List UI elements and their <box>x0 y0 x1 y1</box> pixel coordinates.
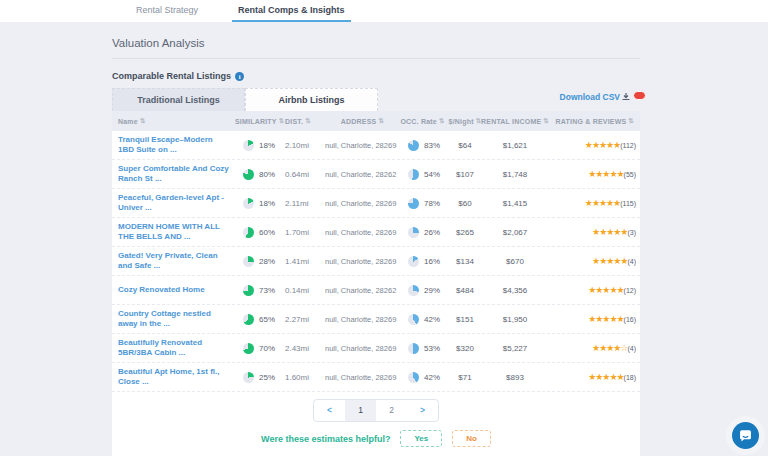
night-price-cell: $265 <box>445 228 485 237</box>
listing-name-link[interactable]: Super Comfortable And Cozy Ranch St ... <box>112 164 235 185</box>
tab-traditional-listings[interactable]: Traditional Listings <box>112 88 245 111</box>
pie-chart-icon <box>408 198 419 209</box>
listing-name-link[interactable]: Peaceful, Garden-level Apt - Univer ... <box>112 193 235 214</box>
pie-chart-icon <box>408 227 419 238</box>
rating-cell: ★★★★★(55) <box>545 169 640 179</box>
listing-name-link[interactable]: Beautiful Apt Home, 1st fl., Close ... <box>112 367 235 388</box>
sort-icon[interactable]: ⇅ <box>439 117 445 125</box>
download-csv-label: Download CSV <box>560 92 620 102</box>
star-rating-icon: ★★★★★ <box>585 140 620 150</box>
col-header-night[interactable]: $/Night⇅ <box>445 117 485 125</box>
star-rating-icon: ★★★★★ <box>588 169 623 179</box>
listing-name-link[interactable]: MODERN HOME WITH ALL THE BELLS AND ... <box>112 222 235 243</box>
night-price-cell: $320 <box>445 344 485 353</box>
rental-income-cell: $1,621 <box>485 141 545 150</box>
top-tab-bar: Rental Strategy Rental Comps & Insights <box>0 0 768 22</box>
pie-chart-icon <box>243 140 254 151</box>
distance-cell: 1.60mi <box>285 373 325 382</box>
occupancy-cell: 42% <box>400 372 445 383</box>
title-divider <box>112 58 640 59</box>
occupancy-cell: 83% <box>400 140 445 151</box>
col-header-similarity[interactable]: SIMILARITY⇅ <box>235 117 285 125</box>
similarity-cell: 18% <box>235 140 285 151</box>
sort-icon[interactable]: ⇅ <box>305 117 311 125</box>
similarity-cell: 70% <box>235 343 285 354</box>
pie-chart-icon <box>243 285 254 296</box>
rental-income-cell: $5,227 <box>485 344 545 353</box>
feedback-no-button[interactable]: No <box>452 430 491 447</box>
rental-income-cell: $4,356 <box>485 286 545 295</box>
valuation-analysis-section: Valuation Analysis Comparable Rental Lis… <box>112 22 640 456</box>
pagination-prev-button[interactable]: < <box>314 400 345 421</box>
occupancy-cell: 53% <box>400 343 445 354</box>
distance-cell: 0.64mi <box>285 170 325 179</box>
col-header-rental-income[interactable]: RENTAL INCOME⇅ <box>485 117 545 125</box>
occupancy-cell: 26% <box>400 227 445 238</box>
pie-chart-icon <box>408 256 419 267</box>
listing-name-link[interactable]: Beautifully Renovated 5BR/3BA Cabin ... <box>112 338 235 359</box>
col-header-occ-rate[interactable]: OCC. Rate⇅ <box>400 117 445 125</box>
pagination-page-1[interactable]: 1 <box>345 400 376 421</box>
night-price-cell: $151 <box>445 315 485 324</box>
pagination-next-button[interactable]: > <box>407 400 438 421</box>
feedback-yes-button[interactable]: Yes <box>400 430 442 447</box>
occupancy-cell: 78% <box>400 198 445 209</box>
similarity-cell: 28% <box>235 256 285 267</box>
table-row: Country Cottage nestled away in the ...6… <box>112 305 640 334</box>
tab-airbnb-listings[interactable]: Airbnb Listings <box>245 88 378 111</box>
listing-name-link[interactable]: Country Cottage nestled away in the ... <box>112 309 235 330</box>
distance-cell: 2.11mi <box>285 199 325 208</box>
tab-rental-strategy[interactable]: Rental Strategy <box>130 0 204 22</box>
address-cell: null, Charlotte, 28269 <box>325 141 400 150</box>
star-rating-icon: ★★★★☆ <box>592 343 627 353</box>
listing-name-link[interactable]: Gated! Very Private, Clean and Safe ... <box>112 251 235 272</box>
pagination-page-2[interactable]: 2 <box>376 400 407 421</box>
occupancy-cell: 16% <box>400 256 445 267</box>
listing-name-link[interactable]: Tranquil Escape–Modern 1BD Suite on ... <box>112 135 235 156</box>
pagination: <12> <box>313 399 439 422</box>
sort-icon[interactable]: ⇅ <box>628 117 634 125</box>
pie-chart-icon <box>243 169 254 180</box>
rating-cell: ★★★★☆(4) <box>545 343 640 353</box>
info-icon[interactable]: i <box>235 72 244 81</box>
sort-icon[interactable]: ⇅ <box>140 117 146 125</box>
col-header-dist[interactable]: DIST.⇅ <box>285 117 325 125</box>
page-title: Valuation Analysis <box>112 37 640 49</box>
sort-icon[interactable]: ⇅ <box>279 117 285 125</box>
chat-launcher-button[interactable] <box>732 422 759 449</box>
pie-chart-icon <box>243 372 254 383</box>
table-row: Beautifully Renovated 5BR/3BA Cabin ...7… <box>112 334 640 363</box>
pie-chart-icon <box>243 227 254 238</box>
similarity-cell: 80% <box>235 169 285 180</box>
tab-rental-comps-insights[interactable]: Rental Comps & Insights <box>232 0 351 22</box>
star-rating-icon: ★★★★★ <box>588 372 623 382</box>
rating-cell: ★★★★★(4) <box>545 256 640 266</box>
table-row: Tranquil Escape–Modern 1BD Suite on ...1… <box>112 131 640 160</box>
table-row: Cozy Renovated Home73%0.14minull, Charlo… <box>112 276 640 305</box>
rental-income-cell: $1,748 <box>485 170 545 179</box>
col-header-rating-reviews[interactable]: RATING & REVIEWS⇅ <box>545 117 640 125</box>
sort-icon[interactable]: ⇅ <box>378 117 384 125</box>
pie-chart-icon <box>408 343 419 354</box>
feedback-question: Were these estimates helpful? <box>261 434 390 444</box>
rental-income-cell: $1,950 <box>485 315 545 324</box>
col-header-name[interactable]: Name⇅ <box>112 117 235 125</box>
rating-cell: ★★★★★(16) <box>545 314 640 324</box>
listing-name-link[interactable]: Cozy Renovated Home <box>112 285 235 295</box>
distance-cell: 2.43mi <box>285 344 325 353</box>
download-csv-link[interactable]: Download CSV <box>560 92 646 102</box>
similarity-cell: 60% <box>235 227 285 238</box>
table-row: MODERN HOME WITH ALL THE BELLS AND ...60… <box>112 218 640 247</box>
night-price-cell: $107 <box>445 170 485 179</box>
table-row: Super Comfortable And Cozy Ranch St ...8… <box>112 160 640 189</box>
pie-chart-icon <box>408 140 419 151</box>
address-cell: null, Charlotte, 28269 <box>325 344 400 353</box>
night-price-cell: $64 <box>445 141 485 150</box>
pie-chart-icon <box>243 314 254 325</box>
star-rating-icon: ★★★★★ <box>592 256 627 266</box>
col-header-address[interactable]: ADDRESS⇅ <box>325 117 400 125</box>
airbnb-listings-table: Name⇅ SIMILARITY⇅ DIST.⇅ ADDRESS⇅ OCC. R… <box>112 111 640 456</box>
occupancy-cell: 54% <box>400 169 445 180</box>
night-price-cell: $484 <box>445 286 485 295</box>
chat-bubble-icon <box>738 428 753 443</box>
